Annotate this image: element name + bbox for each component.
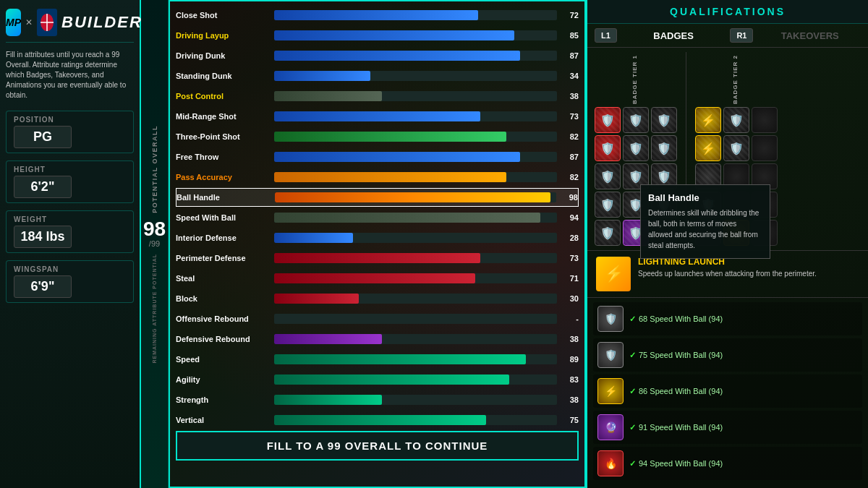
badge-item: 🛡️ (595, 163, 621, 189)
attr-row[interactable]: Mid-Range Shot73 (176, 107, 579, 126)
attr-row[interactable]: Speed89 (176, 350, 579, 369)
attr-bar-bg (274, 213, 557, 223)
wingspan-value: 6'9" (14, 275, 72, 298)
attr-row[interactable]: Defensive Rebound38 (176, 330, 579, 348)
description-text: Fill in attributes until you reach a 99 … (6, 47, 134, 103)
attr-bar-bg (275, 192, 556, 202)
attr-value: 71 (561, 274, 579, 283)
attr-value: 34 (561, 72, 579, 80)
attr-value: 87 (561, 153, 579, 161)
badge-item: 🛡️ (595, 107, 621, 133)
check-mark: ✓ (629, 423, 636, 432)
qual-badge: 🔮 (597, 414, 624, 440)
r1-button[interactable]: R1 (730, 28, 753, 43)
attr-value: 83 (561, 375, 579, 384)
attr-bar-bg (274, 233, 557, 243)
remaining-label: REMAINING ATTRIBUTE POTENTIAL (152, 254, 157, 364)
qual-text: ✓ 86 Speed With Ball (94) (629, 387, 723, 396)
l1-button[interactable]: L1 (595, 28, 617, 43)
attr-value: 28 (561, 234, 579, 242)
check-mark: ✓ (629, 351, 636, 360)
nba-logo (37, 9, 57, 36)
attr-bar-fill (274, 354, 526, 364)
attr-row[interactable]: Close Shot72 (176, 6, 579, 25)
attr-row[interactable]: Speed With Ball94 (176, 208, 579, 227)
attr-row[interactable]: Pass Accuracy82 (176, 168, 579, 187)
attr-value: 72 (561, 11, 579, 20)
attr-name: Agility (176, 375, 270, 384)
attr-name: Speed With Ball (176, 213, 270, 222)
position-box: POSITION PG (6, 111, 134, 153)
attr-name: Strength (176, 395, 270, 404)
attr-row[interactable]: Vertical75 (176, 411, 579, 429)
check-mark: ✓ (629, 314, 636, 324)
builder-label: BUILDER (61, 13, 142, 32)
attr-bar-bg (274, 152, 557, 162)
lightning-text: LIGHTNING LAUNCH Speeds up launches when… (638, 257, 859, 279)
badges-tab[interactable]: BADGES (623, 30, 725, 41)
attr-name: Speed (176, 355, 270, 364)
attr-name: Driving Layup (176, 31, 270, 40)
attr-bar-fill (275, 192, 550, 202)
attr-bar-bg (274, 334, 557, 344)
attr-bar-fill (274, 132, 506, 142)
qualifications-header: QUALIFICATIONS (587, 0, 868, 24)
attr-row[interactable]: Ball Handle98 (176, 188, 579, 207)
check-mark: ✓ (629, 387, 636, 396)
tooltip-title: Ball Handle (648, 192, 762, 203)
height-label: HEIGHT (14, 166, 126, 174)
attr-row[interactable]: Steal71 (176, 269, 579, 288)
attr-bar-bg (274, 91, 557, 101)
attr-name: Mid-Range Shot (176, 112, 270, 121)
x-symbol: ✕ (25, 17, 33, 27)
attr-row[interactable]: Perimeter Defense73 (176, 249, 579, 267)
attr-name: Close Shot (176, 11, 270, 20)
attr-row[interactable]: Block30 (176, 289, 579, 308)
attr-row[interactable]: Offensive Rebound- (176, 309, 579, 328)
attr-value: 85 (561, 31, 579, 40)
attr-bar-fill (274, 395, 382, 405)
badge-item (752, 107, 778, 133)
attr-row[interactable]: Three-Point Shot82 (176, 127, 579, 146)
height-value: 6'2" (14, 176, 72, 198)
attr-name: Post Control (176, 92, 270, 100)
attr-name: Steal (176, 274, 270, 283)
attr-row[interactable]: Standing Dunk34 (176, 67, 579, 85)
attr-bar-fill (274, 253, 480, 263)
attr-bar-bg (274, 132, 557, 142)
attr-bar-bg (274, 314, 557, 324)
qual-badge: 🛡️ (597, 342, 624, 368)
tier2-label: BADGE TIER 2 (732, 52, 739, 107)
attr-value: - (561, 314, 579, 323)
badge-item: 🛡️ (595, 220, 621, 246)
badge-item: 🛡️ (623, 135, 649, 161)
attr-row[interactable]: Free Throw87 (176, 147, 579, 166)
qual-item: 🔮 ✓ 91 Speed With Ball (94) (593, 411, 862, 444)
qual-badge: ⚡ (597, 378, 624, 404)
badge-item: 🛡️ (595, 135, 621, 161)
attr-row[interactable]: Strength38 (176, 390, 579, 409)
attr-name: Ball Handle (176, 193, 271, 202)
attr-row[interactable]: Driving Dunk87 (176, 46, 579, 65)
attr-bar-bg (274, 294, 557, 304)
badge-item: ⚡ (695, 135, 721, 161)
attr-value: 73 (561, 254, 579, 262)
attr-row[interactable]: Driving Layup85 (176, 26, 579, 45)
lightning-icon: ⚡ (596, 257, 631, 291)
attr-row[interactable]: Interior Defense28 (176, 228, 579, 247)
attr-bar-fill (274, 273, 475, 283)
attr-name: Interior Defense (176, 234, 270, 242)
mp-logo: MP (6, 9, 21, 36)
attr-value: 94 (561, 213, 579, 222)
qual-item: 🔥 ✓ 94 Speed With Ball (94) (593, 447, 862, 480)
takeovers-tab[interactable]: TAKEOVERS (759, 30, 861, 41)
qual-text: ✓ 68 Speed With Ball (94) (629, 314, 723, 324)
attr-bar-fill (274, 415, 486, 425)
attr-name: Driving Dunk (176, 51, 270, 60)
attr-bar-bg (274, 415, 557, 425)
attr-bar-bg (274, 395, 557, 405)
attr-bar-fill (274, 51, 520, 61)
attr-row[interactable]: Agility83 (176, 370, 579, 389)
attr-row[interactable]: Post Control38 (176, 87, 579, 106)
qualifications-list: 🛡️ ✓ 68 Speed With Ball (94) 🛡️ ✓ 75 Spe… (587, 298, 868, 488)
